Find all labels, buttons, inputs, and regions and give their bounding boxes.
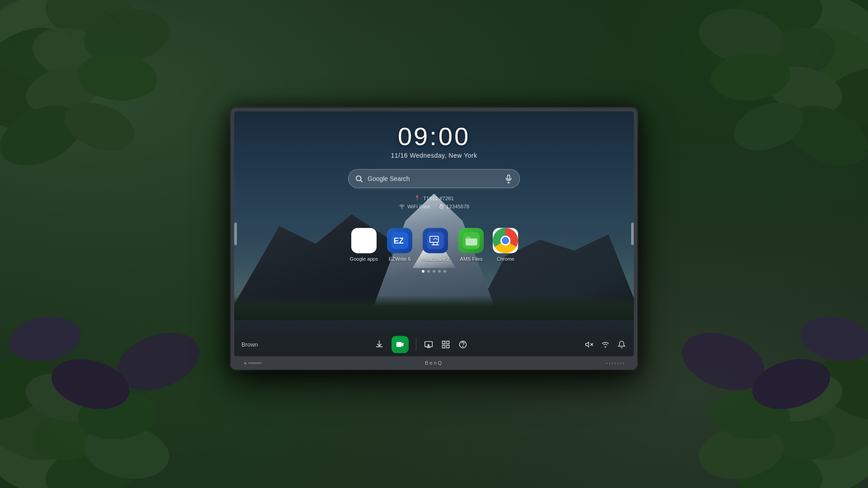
clock-widget: 09:00 11/16 Wednesday, New York <box>391 124 477 159</box>
svg-rect-44 <box>508 175 510 179</box>
monitor-frame: 09:00 11/16 Wednesday, New York Google S… <box>231 108 637 370</box>
taskbar-divider <box>416 338 416 351</box>
password-value: 12345678 <box>446 204 469 209</box>
page-dot-5[interactable] <box>443 270 446 272</box>
chrome-icon <box>493 228 518 253</box>
password-group: 12345678 <box>439 203 469 210</box>
clock-date: 11/16 Wednesday, New York <box>391 152 477 159</box>
page-dot-3[interactable] <box>433 270 435 272</box>
location-icon: 📍 <box>414 195 420 201</box>
help-icon[interactable] <box>458 339 468 349</box>
taskbar: Brown <box>234 333 634 356</box>
svg-point-60 <box>463 346 463 347</box>
svg-point-48 <box>441 206 442 207</box>
bezel-left-controls <box>244 362 262 364</box>
monitor-screen: 09:00 11/16 Wednesday, New York Google S… <box>234 111 634 356</box>
svg-point-41 <box>797 311 868 366</box>
app-grid: Google apps EZ <box>350 228 519 262</box>
app-chrome[interactable]: Chrome <box>493 228 518 262</box>
password-icon <box>439 203 444 210</box>
instashare-icon <box>423 228 448 253</box>
svg-rect-57 <box>442 345 445 348</box>
amsfiles-label: AMS Files <box>460 256 482 262</box>
svg-rect-56 <box>447 341 449 344</box>
ezwrite-icon: EZ <box>387 228 412 253</box>
taskbar-right <box>584 339 627 349</box>
search-placeholder: Google Search <box>368 175 504 182</box>
page-dot-4[interactable] <box>438 270 441 272</box>
clock-time: 09:00 <box>391 124 477 149</box>
meet-app-icon[interactable] <box>392 336 409 353</box>
ezwrite-label: EZWrite 6 <box>389 256 411 262</box>
wifi-status-icon[interactable] <box>600 339 610 349</box>
chrome-ring <box>493 228 518 253</box>
share-screen-icon[interactable] <box>424 339 434 349</box>
screen-ui: 09:00 11/16 Wednesday, New York Google S… <box>234 111 634 356</box>
device-id: T1011 #7281 <box>423 196 454 201</box>
taskbar-center <box>258 336 584 353</box>
mute-icon[interactable] <box>584 339 594 349</box>
svg-rect-58 <box>447 345 449 348</box>
grid-icon[interactable] <box>441 339 451 349</box>
svg-rect-51 <box>427 232 444 249</box>
app-amsfiles[interactable]: AMS Files <box>458 228 484 262</box>
page-dot-2[interactable] <box>427 270 430 272</box>
download-icon[interactable] <box>374 339 384 349</box>
app-instashare[interactable]: InstaShare 2 <box>421 228 449 262</box>
svg-point-42 <box>356 176 361 181</box>
svg-rect-55 <box>442 341 445 344</box>
user-name: Brown <box>241 341 258 348</box>
microphone-icon[interactable] <box>504 174 513 183</box>
search-bar[interactable]: Google Search <box>348 169 520 188</box>
device-id-line: 📍 T1011 #7281 <box>399 195 469 201</box>
network-info-line: WiFi Free 12345678 <box>399 203 469 210</box>
bezel-dot-1 <box>244 362 246 364</box>
bezel-pill <box>248 362 262 364</box>
google-apps-icon <box>351 228 377 253</box>
app-ezwrite[interactable]: EZ EZWrite 6 <box>387 228 412 262</box>
chrome-label: Chrome <box>497 256 514 262</box>
wifi-group: WiFi Free <box>399 204 430 209</box>
taskbar-left: Brown <box>241 341 258 348</box>
chrome-center <box>500 235 510 245</box>
search-icon <box>355 174 363 183</box>
svg-text:EZ: EZ <box>393 236 404 245</box>
monitor-bezel: BenQ <box>231 356 637 370</box>
wifi-label: WiFi Free <box>407 204 430 209</box>
search-container: Google Search <box>348 169 520 188</box>
svg-line-43 <box>360 180 362 182</box>
app-google-apps[interactable]: Google apps <box>350 228 378 262</box>
benq-logo: BenQ <box>425 360 443 366</box>
google-apps-label: Google apps <box>350 256 378 262</box>
wifi-icon <box>399 204 405 209</box>
page-dot-1[interactable] <box>422 270 425 272</box>
bezel-right-controls <box>606 362 624 364</box>
page-indicator <box>422 270 446 272</box>
amsfiles-icon <box>458 228 484 253</box>
notification-icon[interactable] <box>617 339 627 349</box>
instashare-label: InstaShare 2 <box>421 256 449 262</box>
device-info: 📍 T1011 #7281 WiFi Free <box>399 195 469 210</box>
